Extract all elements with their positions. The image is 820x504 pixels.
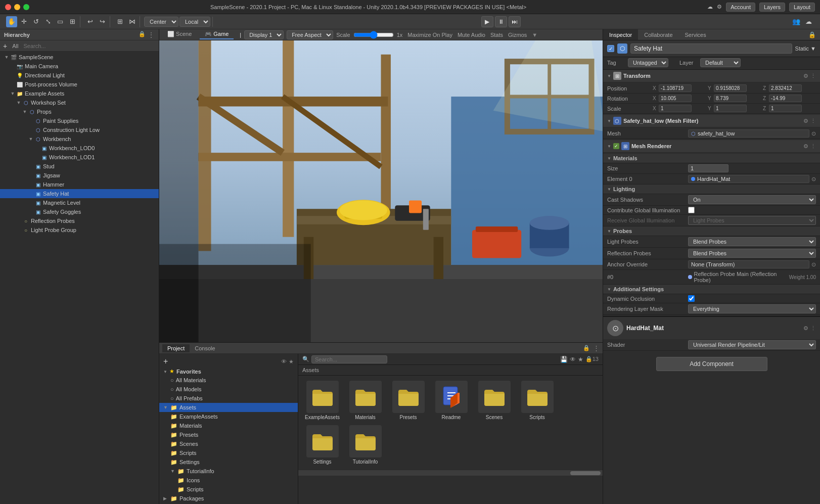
project-presets[interactable]: 📁 Presets [159, 430, 298, 439]
favorites-header[interactable]: ★ Favorites [159, 367, 298, 376]
probes-section[interactable]: Probes [603, 226, 820, 236]
tree-item[interactable]: 📷Main Camera [0, 62, 159, 71]
hierarchy-more-icon[interactable]: ⋮ [148, 31, 155, 39]
grid-button[interactable]: ⊞ [114, 16, 125, 27]
gizmos-arrow-icon[interactable]: ▼ [532, 32, 537, 38]
rot-y-input[interactable] [714, 95, 747, 102]
anchor-select-icon[interactable]: ⊙ [811, 261, 816, 268]
tree-item[interactable]: ○Light Probe Group [0, 225, 159, 235]
layout-button[interactable]: Layout [789, 3, 815, 12]
tree-item[interactable]: ⬜Post-process Volume [0, 80, 159, 89]
tree-item[interactable]: ▣Workbench_LOD1 [0, 153, 159, 162]
material-more-icon[interactable]: ⋮ [810, 325, 816, 332]
layers-button[interactable]: Layers [759, 3, 785, 12]
minimize-button[interactable] [14, 4, 20, 10]
scrollbar-thumb[interactable] [570, 471, 601, 475]
material-settings-icon[interactable]: ⚙ [803, 325, 808, 332]
mesh-filter-more-icon[interactable]: ⋮ [810, 118, 816, 124]
display-dropdown[interactable]: Display 1 [244, 30, 284, 39]
mesh-select-icon[interactable]: ⊙ [811, 130, 816, 137]
scale-z-input[interactable] [769, 105, 802, 112]
project-example-assets[interactable]: 📁 ExampleAssets [159, 412, 298, 421]
project-scenes[interactable]: 📁 Scenes [159, 439, 298, 448]
tree-item[interactable]: ⬡Construction Light Low [0, 125, 159, 134]
transform-component-header[interactable]: ⊞ Transform ⚙ ⋮ [603, 70, 820, 82]
close-button[interactable] [5, 4, 11, 10]
rect-tool[interactable]: ▭ [55, 16, 66, 27]
tree-item[interactable]: ▣Magnetic Level [0, 198, 159, 207]
tree-item[interactable]: ▣Hammer [0, 180, 159, 189]
asset-folder-item[interactable]: ExampleAssets [303, 381, 341, 420]
scene-viewport[interactable] [159, 40, 603, 342]
tree-item[interactable]: ▣Safety Hat [0, 189, 159, 198]
assets-eye-icon[interactable]: 👁 [570, 356, 576, 363]
additional-settings-section[interactable]: Additional Settings [603, 285, 820, 294]
tree-item[interactable]: ▼🎬SampleScene [0, 53, 159, 62]
element0-ref[interactable]: HardHat_Mat [688, 175, 809, 183]
asset-folder-item[interactable]: Materials [346, 381, 384, 420]
redo-button[interactable]: ↪ [97, 16, 108, 27]
project-icons-sub[interactable]: 📁 Icons [159, 476, 298, 485]
reflection-probes-dropdown[interactable]: Blend Probes [688, 249, 816, 258]
traffic-lights[interactable] [5, 4, 29, 10]
maximize-on-play-label[interactable]: Maximize On Play [407, 32, 452, 38]
project-scripts[interactable]: 📁 Scripts [159, 448, 298, 457]
gizmos-label[interactable]: Gizmos [508, 32, 527, 38]
cast-shadows-dropdown[interactable]: On [688, 195, 816, 204]
maximize-button[interactable] [23, 4, 29, 10]
inspector-tab[interactable]: Inspector [603, 29, 638, 40]
asset-folder-item[interactable]: Scenes [475, 381, 513, 420]
mesh-renderer-settings-icon[interactable]: ⚙ [803, 143, 808, 150]
scene-tab[interactable]: ⬜ Scene [162, 30, 197, 39]
project-materials[interactable]: 📁 Materials [159, 421, 298, 430]
rot-x-input[interactable] [659, 95, 692, 102]
add-icon[interactable]: + [3, 42, 7, 50]
add-component-button[interactable]: Add Component [656, 357, 767, 371]
lighting-section[interactable]: Lighting [603, 185, 820, 194]
tree-item[interactable]: ▣Jigsaw [0, 171, 159, 180]
center-dropdown[interactable]: Center [144, 17, 178, 27]
project-all-prefabs[interactable]: ○ All Prefabs [159, 394, 298, 403]
layer-dropdown[interactable]: Default [700, 58, 741, 67]
play-button[interactable]: ▶ [481, 16, 493, 27]
asset-folder-item[interactable]: TutorialInfo [346, 425, 384, 465]
project-tutorial-info[interactable]: ▼ 📁 TutorialInfo [159, 467, 298, 476]
project-eye-icon[interactable]: 👁 [281, 358, 287, 364]
bottom-lock-icon[interactable]: 🔒 [583, 345, 590, 351]
pos-x-input[interactable] [659, 84, 692, 92]
size-input[interactable] [688, 164, 728, 172]
mesh-renderer-component-header[interactable]: ✓ ⊞ Mesh Renderer ⚙ ⋮ [603, 140, 820, 153]
assets-save-icon[interactable]: 💾 [560, 356, 568, 363]
materials-section[interactable]: Materials [603, 154, 820, 163]
shader-dropdown[interactable]: Universal Render Pipeline/Lit [688, 340, 816, 349]
pos-y-input[interactable] [714, 84, 747, 92]
services-tab[interactable]: Services [679, 29, 712, 40]
tree-item[interactable]: ▼⬡Workshop Set [0, 98, 159, 107]
scale-x-input[interactable] [659, 105, 692, 112]
project-tab[interactable]: Project [162, 344, 190, 352]
light-probes-dropdown[interactable]: Blend Probes [688, 237, 816, 246]
game-tab[interactable]: 🎮 Game [200, 30, 234, 39]
asset-folder-item[interactable]: Readme [432, 381, 470, 420]
scale-tool[interactable]: ⤡ [42, 16, 54, 27]
tree-item[interactable]: ▣Stud [0, 162, 159, 171]
hierarchy-search-input[interactable] [23, 43, 156, 49]
project-all-models[interactable]: ○ All Models [159, 385, 298, 394]
inspector-lock-icon[interactable]: 🔒 [808, 31, 820, 38]
project-scripts-sub[interactable]: 📁 Scripts [159, 485, 298, 494]
project-packages[interactable]: ▶ 📁 Packages [159, 494, 298, 503]
project-assets-root[interactable]: ▼ 📁 Assets [159, 403, 298, 412]
element0-select-icon[interactable]: ⊙ [811, 176, 816, 182]
aspect-dropdown[interactable]: Free Aspect [287, 30, 333, 39]
stats-label[interactable]: Stats [490, 32, 503, 38]
tree-item[interactable]: ▼⬡Workbench [0, 134, 159, 144]
asset-folder-item[interactable]: Settings [303, 425, 341, 465]
dynamic-occlusion-checkbox[interactable] [688, 295, 695, 302]
project-star-icon[interactable]: ★ [289, 358, 294, 365]
collab-icon[interactable]: 👥 [791, 16, 802, 27]
assets-search-input[interactable] [311, 355, 387, 363]
rendering-layer-mask-dropdown[interactable]: Everything [688, 304, 816, 313]
static-dropdown[interactable]: Static ▼ [795, 45, 816, 52]
tree-item[interactable]: ⬡Paint Supplies [0, 116, 159, 125]
console-tab[interactable]: Console [190, 344, 220, 352]
